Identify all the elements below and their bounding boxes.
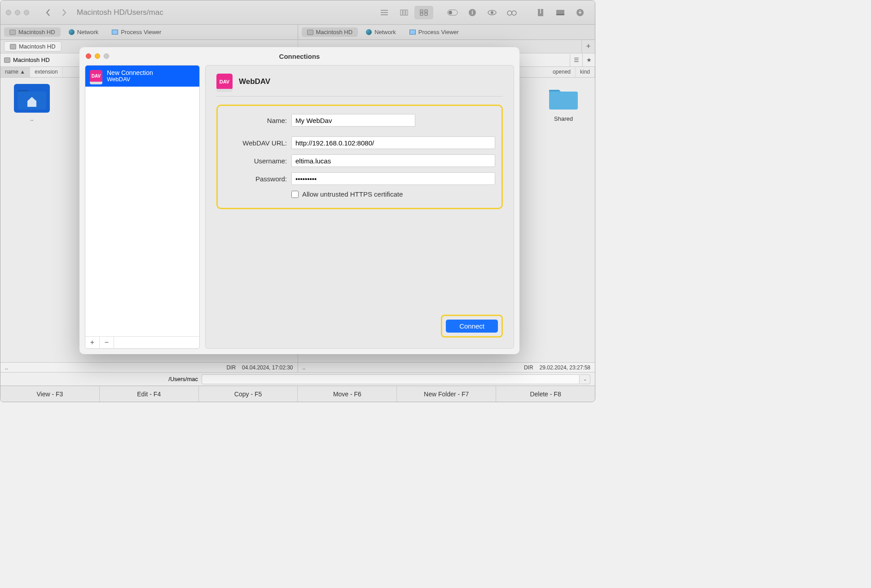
password-label: Password: [224, 175, 287, 183]
connect-highlight: Connect [441, 315, 503, 338]
remove-connection-button[interactable]: − [100, 337, 114, 348]
connection-detail: DAV WebDAV Name: WebDAV URL: Username: P… [205, 65, 514, 349]
form-highlight: Name: WebDAV URL: Username: Password: [216, 105, 503, 209]
add-connection-button[interactable]: + [85, 337, 100, 348]
sidebar-footer: + − [85, 336, 199, 348]
sidebar-item-new-connection[interactable]: DAV New Connection WebDAV [85, 66, 199, 87]
url-field[interactable] [291, 136, 495, 149]
modal-close-icon[interactable] [86, 53, 91, 59]
allow-untrusted-checkbox[interactable] [291, 191, 299, 198]
name-field[interactable] [291, 114, 415, 127]
name-label: Name: [224, 117, 287, 124]
password-field[interactable] [291, 172, 495, 185]
connect-button[interactable]: Connect [446, 320, 498, 333]
username-label: Username: [224, 157, 287, 165]
webdav-icon: DAV [216, 74, 233, 90]
connections-modal: Connections DAV New Connection WebDAV + … [79, 47, 519, 354]
connections-sidebar: DAV New Connection WebDAV + − [85, 65, 200, 349]
detail-heading: WebDAV [239, 77, 270, 86]
modal-title: Connections [279, 53, 320, 60]
sidebar-item-title: New Connection [107, 69, 153, 76]
webdav-icon: DAV [90, 70, 102, 83]
allow-untrusted-label: Allow untrusted HTTPS certificate [302, 190, 403, 198]
modal-minimize-icon[interactable] [95, 53, 100, 59]
modal-zoom-icon[interactable] [104, 53, 109, 59]
username-field[interactable] [291, 154, 495, 167]
url-label: WebDAV URL: [224, 139, 287, 147]
sidebar-item-subtitle: WebDAV [107, 76, 153, 83]
modal-titlebar: Connections [79, 47, 519, 65]
